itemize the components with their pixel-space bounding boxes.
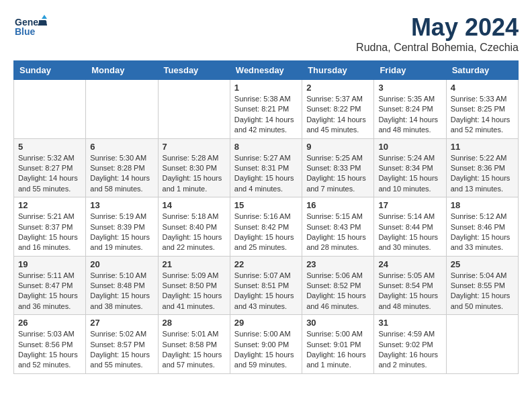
logo-icon: General Blue: [13, 13, 47, 40]
day-content: Sunrise: 5:00 AM Sunset: 9:01 PM Dayligh…: [306, 329, 369, 371]
sunset-text: Sunset: 8:55 PM: [451, 281, 505, 289]
day-content: Sunrise: 5:30 AM Sunset: 8:28 PM Dayligh…: [90, 153, 153, 195]
day-number: 3: [378, 83, 441, 93]
sunset-text: Sunset: 8:31 PM: [234, 164, 289, 172]
sunrise-text: Sunrise: 5:07 AM: [234, 271, 291, 279]
day-number: 1: [234, 83, 298, 93]
daylight-text: Daylight: 15 hours and 46 minutes.: [306, 291, 366, 310]
daylight-text: Daylight: 14 hours and 52 minutes.: [451, 116, 511, 134]
day-cell: 18 Sunrise: 5:12 AM Sunset: 8:46 PM Dayl…: [446, 197, 518, 257]
daylight-text: Daylight: 15 hours and 36 minutes.: [18, 291, 78, 310]
sunset-text: Sunset: 8:40 PM: [163, 223, 217, 231]
day-number: 9: [306, 142, 369, 152]
daylight-text: Daylight: 15 hours and 22 minutes.: [163, 233, 222, 251]
sunset-text: Sunset: 8:36 PM: [451, 164, 505, 172]
day-number: 27: [90, 318, 153, 328]
day-cell: 26 Sunrise: 5:03 AM Sunset: 8:56 PM Dayl…: [14, 315, 86, 374]
daylight-text: Daylight: 15 hours and 33 minutes.: [451, 233, 511, 251]
sunrise-text: Sunrise: 5:00 AM: [306, 330, 363, 338]
day-cell: 17 Sunrise: 5:14 AM Sunset: 8:44 PM Dayl…: [374, 197, 446, 257]
sunset-text: Sunset: 8:44 PM: [378, 223, 433, 231]
sunrise-text: Sunrise: 5:10 AM: [90, 271, 146, 279]
sunset-text: Sunset: 9:02 PM: [378, 340, 433, 349]
day-content: Sunrise: 5:14 AM Sunset: 8:44 PM Dayligh…: [378, 212, 441, 253]
day-content: Sunrise: 5:06 AM Sunset: 8:52 PM Dayligh…: [306, 271, 369, 312]
day-content: Sunrise: 5:02 AM Sunset: 8:57 PM Dayligh…: [90, 329, 153, 371]
sunset-text: Sunset: 8:56 PM: [18, 340, 73, 349]
day-cell: 14 Sunrise: 5:18 AM Sunset: 8:40 PM Dayl…: [158, 197, 230, 257]
daylight-text: Daylight: 16 hours and 2 minutes.: [378, 351, 438, 369]
day-content: Sunrise: 5:24 AM Sunset: 8:34 PM Dayligh…: [378, 153, 441, 195]
day-cell: 11 Sunrise: 5:22 AM Sunset: 8:36 PM Dayl…: [446, 138, 518, 197]
location: Rudna, Central Bohemia, Czechia: [356, 42, 519, 54]
daylight-text: Daylight: 15 hours and 30 minutes.: [378, 233, 438, 251]
day-content: Sunrise: 5:05 AM Sunset: 8:54 PM Dayligh…: [378, 271, 441, 312]
month-title: May 2024: [356, 13, 519, 42]
day-number: 25: [451, 259, 514, 269]
day-cell: 19 Sunrise: 5:11 AM Sunset: 8:47 PM Dayl…: [14, 256, 86, 315]
daylight-text: Daylight: 15 hours and 10 minutes.: [378, 174, 438, 192]
logo: General Blue: [13, 13, 47, 43]
weekday-header-row: SundayMondayTuesdayWednesdayThursdayFrid…: [14, 61, 519, 80]
sunrise-text: Sunrise: 5:32 AM: [18, 154, 75, 162]
day-number: 11: [451, 142, 514, 152]
sunset-text: Sunset: 8:39 PM: [90, 223, 144, 231]
day-content: Sunrise: 5:07 AM Sunset: 8:51 PM Dayligh…: [234, 271, 298, 312]
day-content: Sunrise: 5:16 AM Sunset: 8:42 PM Dayligh…: [234, 212, 298, 253]
day-content: Sunrise: 5:27 AM Sunset: 8:31 PM Dayligh…: [234, 153, 298, 195]
day-number: 22: [234, 259, 298, 269]
day-cell: 20 Sunrise: 5:10 AM Sunset: 8:48 PM Dayl…: [86, 256, 158, 315]
sunrise-text: Sunrise: 5:05 AM: [378, 271, 435, 279]
sunset-text: Sunset: 8:22 PM: [306, 105, 361, 113]
calendar-table: SundayMondayTuesdayWednesdayThursdayFrid…: [13, 60, 519, 374]
daylight-text: Daylight: 15 hours and 4 minutes.: [234, 174, 294, 192]
sunset-text: Sunset: 8:30 PM: [163, 164, 217, 172]
sunrise-text: Sunrise: 5:18 AM: [163, 212, 219, 220]
day-number: 6: [90, 142, 153, 152]
sunset-text: Sunset: 9:00 PM: [234, 340, 289, 349]
sunset-text: Sunset: 8:57 PM: [90, 340, 144, 349]
day-cell: 22 Sunrise: 5:07 AM Sunset: 8:51 PM Dayl…: [230, 256, 302, 315]
daylight-text: Daylight: 15 hours and 59 minutes.: [234, 351, 294, 369]
daylight-text: Daylight: 14 hours and 45 minutes.: [306, 116, 366, 134]
daylight-text: Daylight: 15 hours and 57 minutes.: [163, 351, 222, 369]
sunset-text: Sunset: 8:24 PM: [378, 105, 433, 113]
weekday-header-friday: Friday: [374, 61, 446, 80]
week-row-1: 1 Sunrise: 5:38 AM Sunset: 8:21 PM Dayli…: [14, 80, 519, 139]
title-block: May 2024 Rudna, Central Bohemia, Czechia: [356, 13, 519, 54]
sunset-text: Sunset: 8:37 PM: [18, 223, 73, 231]
day-content: Sunrise: 5:28 AM Sunset: 8:30 PM Dayligh…: [163, 153, 226, 195]
day-number: 31: [378, 318, 441, 328]
sunset-text: Sunset: 8:50 PM: [163, 281, 217, 289]
week-row-5: 26 Sunrise: 5:03 AM Sunset: 8:56 PM Dayl…: [14, 315, 519, 374]
daylight-text: Daylight: 14 hours and 42 minutes.: [234, 116, 294, 134]
day-content: Sunrise: 5:21 AM Sunset: 8:37 PM Dayligh…: [18, 212, 81, 253]
day-cell: 21 Sunrise: 5:09 AM Sunset: 8:50 PM Dayl…: [158, 256, 230, 315]
day-cell: 3 Sunrise: 5:35 AM Sunset: 8:24 PM Dayli…: [374, 80, 446, 139]
sunrise-text: Sunrise: 5:37 AM: [306, 95, 363, 103]
day-cell: 12 Sunrise: 5:21 AM Sunset: 8:37 PM Dayl…: [14, 197, 86, 257]
day-number: 28: [163, 318, 226, 328]
day-number: 17: [378, 200, 441, 210]
day-cell: 24 Sunrise: 5:05 AM Sunset: 8:54 PM Dayl…: [374, 256, 446, 315]
day-content: Sunrise: 5:18 AM Sunset: 8:40 PM Dayligh…: [163, 212, 226, 253]
day-content: Sunrise: 4:59 AM Sunset: 9:02 PM Dayligh…: [378, 329, 441, 371]
sunrise-text: Sunrise: 5:00 AM: [234, 330, 291, 338]
daylight-text: Daylight: 15 hours and 48 minutes.: [378, 291, 438, 310]
sunrise-text: Sunrise: 5:22 AM: [451, 154, 507, 162]
day-cell: 2 Sunrise: 5:37 AM Sunset: 8:22 PM Dayli…: [302, 80, 374, 139]
sunset-text: Sunset: 8:21 PM: [234, 105, 289, 113]
day-cell: 31 Sunrise: 4:59 AM Sunset: 9:02 PM Dayl…: [374, 315, 446, 374]
day-number: 7: [163, 142, 226, 152]
sunrise-text: Sunrise: 5:28 AM: [163, 154, 219, 162]
day-cell: 15 Sunrise: 5:16 AM Sunset: 8:42 PM Dayl…: [230, 197, 302, 257]
sunset-text: Sunset: 8:27 PM: [18, 164, 73, 172]
sunset-text: Sunset: 8:58 PM: [163, 340, 217, 349]
weekday-header-monday: Monday: [86, 61, 158, 80]
sunrise-text: Sunrise: 5:15 AM: [306, 212, 363, 220]
sunset-text: Sunset: 8:28 PM: [90, 164, 144, 172]
day-content: Sunrise: 5:10 AM Sunset: 8:48 PM Dayligh…: [90, 271, 153, 312]
daylight-text: Daylight: 15 hours and 41 minutes.: [163, 291, 222, 310]
day-cell: [446, 315, 518, 374]
day-number: 13: [90, 200, 153, 210]
